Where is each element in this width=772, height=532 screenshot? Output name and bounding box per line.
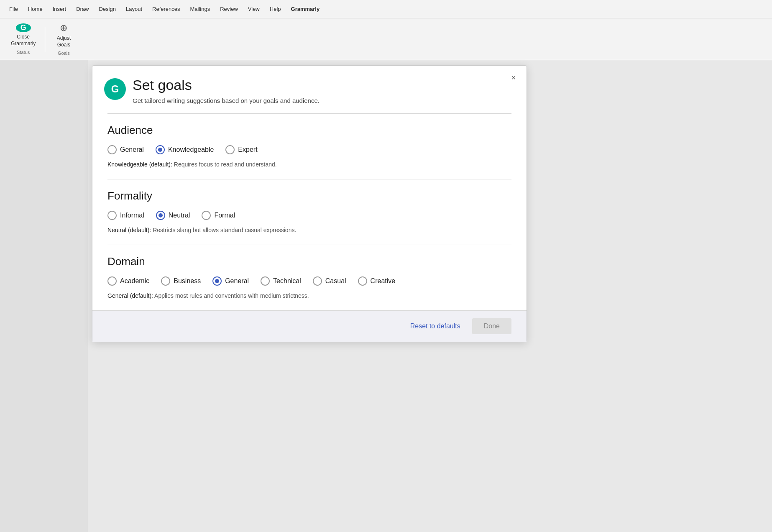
formality-desc-value: Restricts slang but allows standard casu…: [151, 227, 296, 233]
domain-creative-option[interactable]: Creative: [358, 276, 396, 286]
audience-expert-option[interactable]: Expert: [225, 145, 257, 154]
done-button[interactable]: Done: [472, 318, 511, 334]
audience-knowledgeable-option[interactable]: Knowledgeable: [156, 145, 214, 154]
menu-references[interactable]: References: [148, 4, 184, 14]
domain-desc-key: General (default):: [107, 292, 153, 299]
audience-general-label: General: [120, 146, 144, 153]
status-group-label: Status: [17, 50, 30, 55]
domain-academic-label: Academic: [120, 277, 149, 285]
formality-formal-label: Formal: [214, 212, 235, 219]
domain-business-option[interactable]: Business: [161, 276, 201, 286]
menu-draw[interactable]: Draw: [72, 4, 93, 14]
menu-file[interactable]: File: [5, 4, 22, 14]
dialog-subtitle: Get tailored writing suggestions based o…: [133, 96, 511, 105]
domain-creative-radio[interactable]: [358, 276, 367, 286]
adjust-goals-label: AdjustGoals: [57, 35, 71, 48]
menu-bar: File Home Insert Draw Design Layout Refe…: [0, 0, 772, 18]
audience-radio-group: General Knowledgeable Expert: [107, 145, 511, 154]
dialog-content: Audience General Knowledgeable: [92, 113, 527, 300]
domain-academic-radio[interactable]: [107, 276, 117, 286]
ribbon-divider: [45, 27, 45, 52]
audience-description: Knowledgeable (default): Requires focus …: [107, 160, 511, 169]
dialog-title: Set goals: [133, 77, 511, 93]
menu-design[interactable]: Design: [95, 4, 120, 14]
domain-casual-radio[interactable]: [313, 276, 322, 286]
domain-general-radio[interactable]: [212, 276, 222, 286]
close-dialog-button[interactable]: ×: [507, 72, 520, 84]
domain-radio-group: Academic Business General: [107, 276, 511, 286]
audience-desc-value: Requires focus to read and understand.: [172, 161, 277, 168]
audience-knowledgeable-label: Knowledgeable: [168, 146, 214, 153]
grammarly-logo: G: [104, 78, 126, 100]
menu-insert[interactable]: Insert: [49, 4, 71, 14]
formality-informal-label: Informal: [120, 212, 144, 219]
adjust-goals-button[interactable]: ⊕ AdjustGoals Goals: [49, 23, 79, 56]
domain-section-title: Domain: [107, 255, 511, 268]
ribbon: G CloseGrammarly Status ⊕ AdjustGoals Go…: [0, 18, 772, 60]
domain-general-option[interactable]: General: [212, 276, 249, 286]
domain-technical-radio[interactable]: [261, 276, 270, 286]
domain-general-label: General: [225, 277, 249, 285]
target-icon: ⊕: [56, 23, 71, 33]
formality-neutral-radio[interactable]: [156, 211, 165, 220]
menu-view[interactable]: View: [244, 4, 264, 14]
grammarly-icon: G: [16, 23, 31, 32]
formality-section-title: Formality: [107, 189, 511, 202]
menu-layout[interactable]: Layout: [122, 4, 146, 14]
formality-radio-group: Informal Neutral Formal: [107, 211, 511, 220]
domain-casual-option[interactable]: Casual: [313, 276, 346, 286]
audience-general-radio[interactable]: [107, 145, 117, 154]
audience-expert-radio[interactable]: [225, 145, 235, 154]
formality-informal-option[interactable]: Informal: [107, 211, 144, 220]
formality-formal-option[interactable]: Formal: [202, 211, 235, 220]
formality-neutral-option[interactable]: Neutral: [156, 211, 190, 220]
menu-review[interactable]: Review: [216, 4, 242, 14]
audience-knowledgeable-radio[interactable]: [156, 145, 165, 154]
domain-technical-label: Technical: [273, 277, 301, 285]
divider-audience: [107, 113, 511, 114]
domain-creative-label: Creative: [371, 277, 396, 285]
audience-general-option[interactable]: General: [107, 145, 144, 154]
formality-informal-radio[interactable]: [107, 211, 117, 220]
domain-business-radio[interactable]: [161, 276, 170, 286]
dialog-footer: Reset to defaults Done: [92, 310, 527, 342]
main-area: × G Set goals Get tailored writing sugge…: [0, 60, 772, 532]
domain-casual-label: Casual: [325, 277, 346, 285]
reset-to-defaults-button[interactable]: Reset to defaults: [405, 319, 465, 333]
goals-group-label: Goals: [58, 51, 70, 56]
menu-grammarly[interactable]: Grammarly: [287, 4, 324, 14]
close-grammarly-label: CloseGrammarly: [11, 34, 36, 47]
domain-desc-value: Applies most rules and conventions with …: [153, 292, 309, 299]
menu-mailings[interactable]: Mailings: [186, 4, 215, 14]
divider-domain: [107, 245, 511, 245]
domain-technical-option[interactable]: Technical: [261, 276, 301, 286]
menu-help[interactable]: Help: [266, 4, 285, 14]
close-grammarly-button[interactable]: G CloseGrammarly Status: [5, 23, 41, 56]
dialog-title-area: Set goals Get tailored writing suggestio…: [133, 77, 511, 105]
audience-expert-label: Expert: [238, 146, 257, 153]
formality-desc-key: Neutral (default):: [107, 227, 151, 233]
domain-business-label: Business: [174, 277, 201, 285]
set-goals-dialog: × G Set goals Get tailored writing sugge…: [92, 65, 527, 342]
dialog-header: G Set goals Get tailored writing suggest…: [92, 66, 527, 113]
dialog-area: × G Set goals Get tailored writing sugge…: [88, 60, 772, 532]
domain-academic-option[interactable]: Academic: [107, 276, 149, 286]
formality-formal-radio[interactable]: [202, 211, 211, 220]
domain-description: General (default): Applies most rules an…: [107, 292, 511, 300]
formality-description: Neutral (default): Restricts slang but a…: [107, 226, 511, 235]
menu-home[interactable]: Home: [24, 4, 47, 14]
audience-section-title: Audience: [107, 124, 511, 137]
formality-neutral-label: Neutral: [169, 212, 190, 219]
audience-desc-key: Knowledgeable (default):: [107, 161, 172, 168]
left-sidebar: [0, 60, 88, 532]
divider-formality: [107, 179, 511, 179]
